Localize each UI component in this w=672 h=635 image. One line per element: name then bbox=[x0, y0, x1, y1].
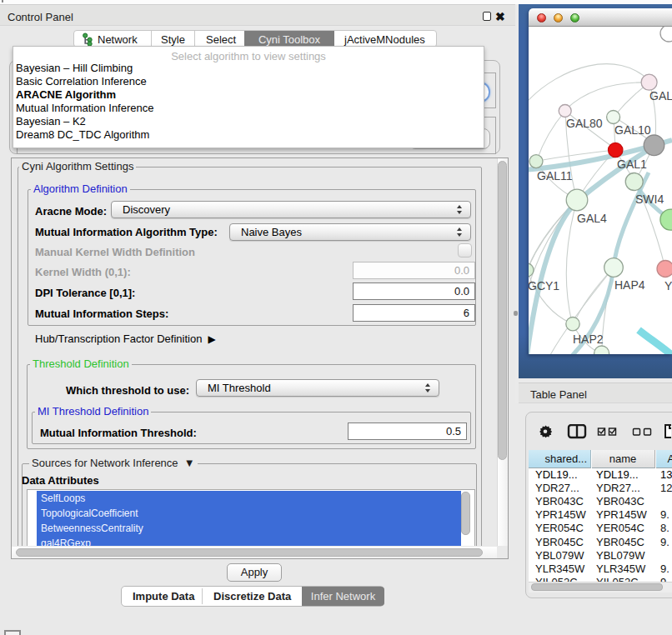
svg-text:GAL7: GAL7 bbox=[649, 89, 672, 102]
svg-text:GAL1: GAL1 bbox=[617, 158, 647, 171]
svg-text:GAL4: GAL4 bbox=[577, 212, 607, 225]
svg-text:HAP4: HAP4 bbox=[614, 278, 645, 292]
svg-text:YB: YB bbox=[664, 279, 672, 292]
svg-text:GCY1: GCY1 bbox=[529, 279, 559, 292]
svg-text:HAP2: HAP2 bbox=[573, 332, 604, 346]
svg-text:GAL10: GAL10 bbox=[614, 123, 651, 137]
svg-text:SWI4: SWI4 bbox=[635, 192, 664, 206]
svg-text:GAL11: GAL11 bbox=[537, 169, 573, 182]
svg-text:GAL80: GAL80 bbox=[566, 117, 603, 130]
